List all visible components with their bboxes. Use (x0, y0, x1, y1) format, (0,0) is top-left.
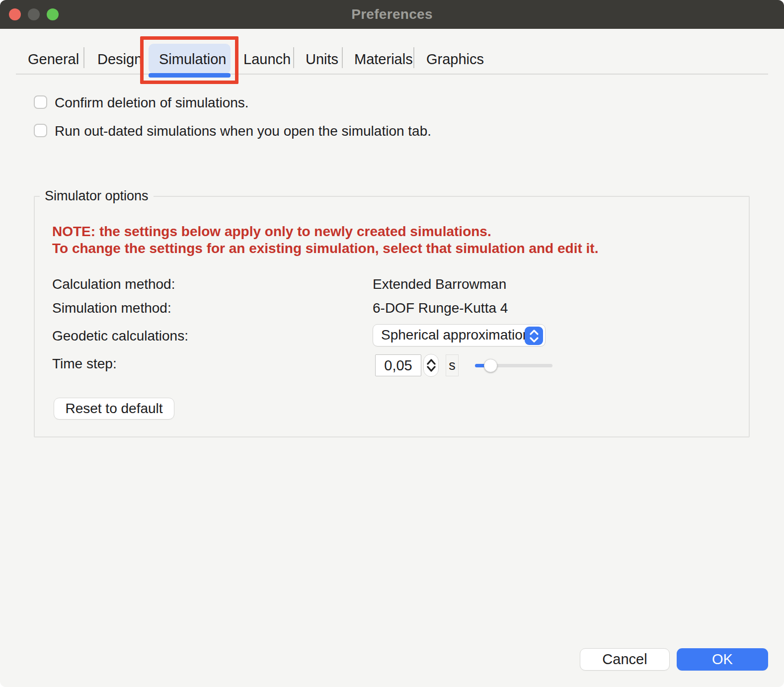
tabbar-divider (16, 74, 768, 75)
tab-separator (83, 47, 84, 68)
run-outdated-checkbox[interactable] (34, 124, 47, 137)
zoom-button[interactable] (47, 8, 59, 20)
time-step-input[interactable] (375, 354, 421, 376)
selected-tab-underline (149, 73, 231, 78)
tab-launch[interactable]: Launch (243, 51, 291, 67)
tab-simulation[interactable]: Simulation (159, 51, 226, 67)
minimize-button[interactable] (28, 8, 40, 20)
confirm-deletion-label: Confirm deletion of simulations. (55, 95, 249, 111)
simulator-options-title: Simulator options (40, 188, 154, 204)
geodetic-calculations-dropdown[interactable]: Spherical approximation (373, 324, 546, 346)
geodetic-calculations-label: Geodetic calculations: (52, 328, 188, 344)
note-line-2: To change the settings for an existing s… (52, 241, 598, 257)
reset-to-default-button[interactable]: Reset to default (54, 398, 174, 420)
note-line-1: NOTE: the settings below apply only to n… (52, 224, 491, 240)
geodetic-calculations-selected-value: Spherical approximation (381, 325, 530, 345)
time-step-label: Time step: (52, 356, 117, 372)
tab-separator (342, 47, 343, 68)
simulation-method-value: 6-DOF Runge-Kutta 4 (373, 300, 508, 316)
simulation-method-label: Simulation method: (52, 300, 171, 316)
run-outdated-label: Run out-dated simulations when you open … (55, 123, 431, 139)
calculation-method-value: Extended Barrowman (373, 276, 506, 292)
time-step-stepper[interactable] (423, 354, 439, 377)
calculation-method-label: Calculation method: (52, 276, 175, 292)
preferences-window: Preferences General Design Simulation La… (0, 0, 784, 687)
ok-button[interactable]: OK (677, 648, 768, 671)
cancel-button[interactable]: Cancel (580, 648, 670, 671)
confirm-deletion-checkbox[interactable] (34, 95, 47, 109)
tab-separator (293, 47, 294, 68)
updown-chevron-icon (525, 327, 543, 345)
slider-thumb[interactable] (484, 359, 497, 372)
stepper-down-icon (426, 366, 436, 372)
tab-separator (413, 47, 414, 68)
traffic-lights (9, 8, 59, 20)
tab-design[interactable]: Design (97, 51, 142, 67)
tab-materials[interactable]: Materials (354, 51, 413, 67)
window-title: Preferences (351, 6, 433, 22)
tab-general[interactable]: General (28, 51, 79, 67)
close-button[interactable] (9, 8, 21, 20)
title-bar: Preferences (0, 0, 784, 29)
stepper-up-icon (426, 358, 436, 365)
tab-units[interactable]: Units (306, 51, 338, 67)
tab-graphics[interactable]: Graphics (426, 51, 484, 67)
time-step-unit: s (446, 354, 459, 376)
